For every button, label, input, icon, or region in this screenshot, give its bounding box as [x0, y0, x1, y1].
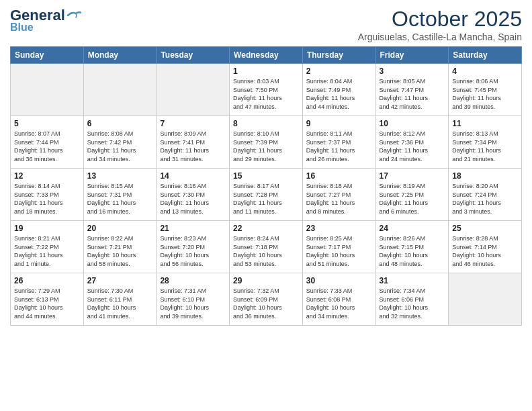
date-number: 21	[160, 224, 226, 233]
date-number: 4	[452, 66, 518, 76]
calendar-cell: 24Sunrise: 8:26 AM Sunset: 7:15 PM Dayli…	[375, 221, 449, 273]
calendar-cell: 4Sunrise: 8:06 AM Sunset: 7:45 PM Daylig…	[449, 64, 522, 116]
date-number: 6	[87, 119, 153, 128]
date-number: 25	[452, 224, 518, 233]
date-number: 26	[14, 276, 80, 285]
calendar-cell	[83, 64, 157, 116]
cell-info: Sunrise: 8:05 AM Sunset: 7:47 PM Dayligh…	[380, 77, 445, 111]
date-number: 13	[87, 171, 153, 181]
cell-info: Sunrise: 7:33 AM Sunset: 6:08 PM Dayligh…	[306, 287, 372, 320]
calendar-cell: 28Sunrise: 7:31 AM Sunset: 6:10 PM Dayli…	[157, 273, 230, 326]
cell-info: Sunrise: 8:06 AM Sunset: 7:45 PM Dayligh…	[452, 77, 518, 111]
cell-info: Sunrise: 8:12 AM Sunset: 7:36 PM Dayligh…	[380, 130, 445, 163]
date-number: 23	[306, 224, 372, 233]
date-number: 20	[87, 224, 153, 233]
date-number: 24	[380, 224, 445, 233]
cell-info: Sunrise: 8:04 AM Sunset: 7:49 PM Dayligh…	[306, 77, 372, 111]
cell-info: Sunrise: 7:34 AM Sunset: 6:06 PM Dayligh…	[380, 287, 445, 320]
calendar-cell	[157, 64, 230, 116]
calendar-cell: 20Sunrise: 8:22 AM Sunset: 7:21 PM Dayli…	[83, 221, 157, 273]
calendar-cell: 31Sunrise: 7:34 AM Sunset: 6:06 PM Dayli…	[375, 273, 449, 326]
date-number: 18	[452, 171, 518, 181]
cell-info: Sunrise: 8:07 AM Sunset: 7:44 PM Dayligh…	[14, 130, 80, 163]
cell-info: Sunrise: 8:16 AM Sunset: 7:30 PM Dayligh…	[160, 182, 226, 216]
cell-info: Sunrise: 8:15 AM Sunset: 7:31 PM Dayligh…	[87, 182, 153, 216]
day-header-saturday: Saturday	[449, 47, 522, 64]
cell-info: Sunrise: 8:20 AM Sunset: 7:24 PM Dayligh…	[452, 182, 518, 216]
calendar-cell: 30Sunrise: 7:33 AM Sunset: 6:08 PM Dayli…	[302, 273, 375, 326]
calendar-cell: 9Sunrise: 8:11 AM Sunset: 7:37 PM Daylig…	[302, 116, 375, 169]
date-number: 10	[380, 119, 445, 128]
calendar-cell: 3Sunrise: 8:05 AM Sunset: 7:47 PM Daylig…	[375, 64, 449, 116]
month-title: October 2025	[358, 7, 522, 32]
date-number: 2	[306, 66, 372, 76]
calendar-cell: 15Sunrise: 8:17 AM Sunset: 7:28 PM Dayli…	[230, 169, 303, 221]
calendar-cell: 17Sunrise: 8:19 AM Sunset: 7:25 PM Dayli…	[375, 169, 449, 221]
calendar-cell: 26Sunrise: 7:29 AM Sunset: 6:13 PM Dayli…	[11, 273, 84, 326]
date-number: 27	[87, 276, 153, 285]
cell-info: Sunrise: 8:17 AM Sunset: 7:28 PM Dayligh…	[233, 182, 299, 216]
date-number: 8	[233, 119, 299, 128]
cell-info: Sunrise: 8:26 AM Sunset: 7:15 PM Dayligh…	[380, 234, 445, 268]
cell-info: Sunrise: 8:08 AM Sunset: 7:42 PM Dayligh…	[87, 130, 153, 163]
calendar-cell: 11Sunrise: 8:13 AM Sunset: 7:34 PM Dayli…	[449, 116, 522, 169]
calendar-cell: 1Sunrise: 8:03 AM Sunset: 7:50 PM Daylig…	[230, 64, 303, 116]
logo-blue: Blue	[10, 21, 34, 34]
date-number: 16	[306, 171, 372, 181]
day-header-friday: Friday	[375, 47, 449, 64]
cell-info: Sunrise: 7:32 AM Sunset: 6:09 PM Dayligh…	[233, 287, 299, 320]
date-number: 15	[233, 171, 299, 181]
calendar-cell	[449, 273, 522, 326]
day-header-wednesday: Wednesday	[230, 47, 303, 64]
calendar-cell: 12Sunrise: 8:14 AM Sunset: 7:33 PM Dayli…	[11, 169, 84, 221]
calendar-table: SundayMondayTuesdayWednesdayThursdayFrid…	[10, 46, 522, 326]
cell-info: Sunrise: 8:11 AM Sunset: 7:37 PM Dayligh…	[306, 130, 372, 163]
date-number: 22	[233, 224, 299, 233]
calendar-cell: 25Sunrise: 8:28 AM Sunset: 7:14 PM Dayli…	[449, 221, 522, 273]
cell-info: Sunrise: 7:31 AM Sunset: 6:10 PM Dayligh…	[160, 287, 226, 320]
calendar-cell: 16Sunrise: 8:18 AM Sunset: 7:27 PM Dayli…	[302, 169, 375, 221]
cell-info: Sunrise: 8:03 AM Sunset: 7:50 PM Dayligh…	[233, 77, 299, 111]
calendar-cell: 6Sunrise: 8:08 AM Sunset: 7:42 PM Daylig…	[83, 116, 157, 169]
calendar-cell: 18Sunrise: 8:20 AM Sunset: 7:24 PM Dayli…	[449, 169, 522, 221]
calendar-cell: 23Sunrise: 8:25 AM Sunset: 7:17 PM Dayli…	[302, 221, 375, 273]
calendar-cell: 21Sunrise: 8:23 AM Sunset: 7:20 PM Dayli…	[157, 221, 230, 273]
cell-info: Sunrise: 8:21 AM Sunset: 7:22 PM Dayligh…	[14, 234, 80, 268]
date-number: 14	[160, 171, 226, 181]
calendar-cell: 5Sunrise: 8:07 AM Sunset: 7:44 PM Daylig…	[11, 116, 84, 169]
calendar-cell: 13Sunrise: 8:15 AM Sunset: 7:31 PM Dayli…	[83, 169, 157, 221]
cell-info: Sunrise: 7:29 AM Sunset: 6:13 PM Dayligh…	[14, 287, 80, 320]
cell-info: Sunrise: 8:10 AM Sunset: 7:39 PM Dayligh…	[233, 130, 299, 163]
day-header-sunday: Sunday	[11, 47, 84, 64]
date-number: 30	[306, 276, 372, 285]
cell-info: Sunrise: 8:18 AM Sunset: 7:27 PM Dayligh…	[306, 182, 372, 216]
cell-info: Sunrise: 8:28 AM Sunset: 7:14 PM Dayligh…	[452, 234, 518, 268]
logo-bird-icon	[66, 10, 81, 21]
date-number: 28	[160, 276, 226, 285]
date-number: 12	[14, 171, 80, 181]
cell-info: Sunrise: 8:24 AM Sunset: 7:18 PM Dayligh…	[233, 234, 299, 268]
calendar-cell	[11, 64, 84, 116]
cell-info: Sunrise: 8:09 AM Sunset: 7:41 PM Dayligh…	[160, 130, 226, 163]
date-number: 29	[233, 276, 299, 285]
cell-info: Sunrise: 8:19 AM Sunset: 7:25 PM Dayligh…	[380, 182, 445, 216]
cell-info: Sunrise: 8:25 AM Sunset: 7:17 PM Dayligh…	[306, 234, 372, 268]
day-header-tuesday: Tuesday	[157, 47, 230, 64]
calendar-cell: 22Sunrise: 8:24 AM Sunset: 7:18 PM Dayli…	[230, 221, 303, 273]
date-number: 11	[452, 119, 518, 128]
date-number: 1	[233, 66, 299, 76]
date-number: 19	[14, 224, 80, 233]
cell-info: Sunrise: 8:14 AM Sunset: 7:33 PM Dayligh…	[14, 182, 80, 216]
day-header-monday: Monday	[83, 47, 157, 64]
day-header-thursday: Thursday	[302, 47, 375, 64]
calendar-cell: 10Sunrise: 8:12 AM Sunset: 7:36 PM Dayli…	[375, 116, 449, 169]
calendar-cell: 2Sunrise: 8:04 AM Sunset: 7:49 PM Daylig…	[302, 64, 375, 116]
date-number: 3	[380, 66, 445, 76]
calendar-cell: 14Sunrise: 8:16 AM Sunset: 7:30 PM Dayli…	[157, 169, 230, 221]
calendar-cell: 19Sunrise: 8:21 AM Sunset: 7:22 PM Dayli…	[11, 221, 84, 273]
date-number: 7	[160, 119, 226, 128]
cell-info: Sunrise: 7:30 AM Sunset: 6:11 PM Dayligh…	[87, 287, 153, 320]
calendar-cell: 29Sunrise: 7:32 AM Sunset: 6:09 PM Dayli…	[230, 273, 303, 326]
date-number: 31	[380, 276, 445, 285]
title-section: October 2025 Arguisuelas, Castille-La Ma…	[358, 7, 522, 42]
